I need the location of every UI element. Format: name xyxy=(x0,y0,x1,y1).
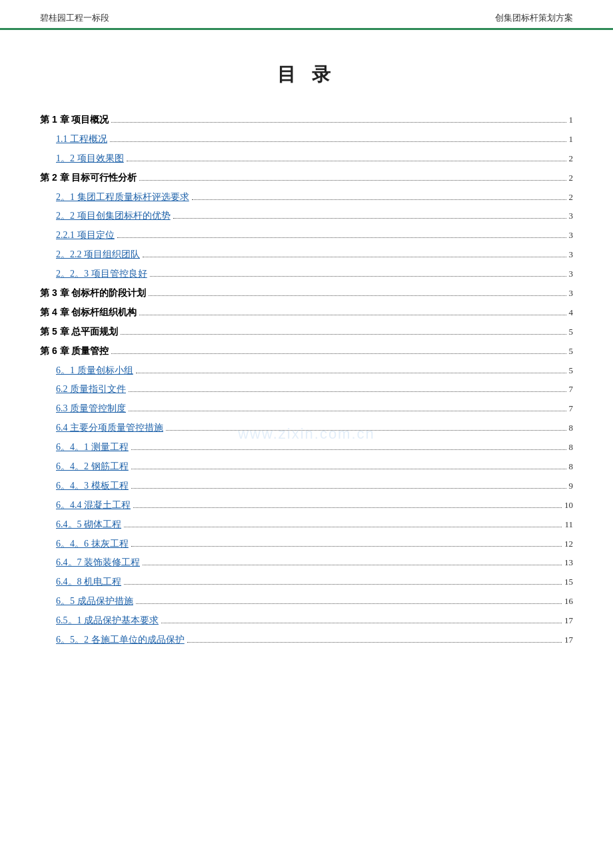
toc-item-text[interactable]: 1.1 工程概况 xyxy=(40,131,107,148)
toc-item-page: 16 xyxy=(564,593,573,609)
toc-item-dots xyxy=(161,623,562,623)
toc-item-text[interactable]: 6。4。2 钢筋工程 xyxy=(40,458,129,475)
toc-item-page: 5 xyxy=(569,343,574,359)
table-of-contents: 第 1 章 项目概况11.1 工程概况11。2 项目效果图2第 2 章 目标可行… xyxy=(0,111,613,649)
toc-item-dots xyxy=(111,122,566,123)
toc-item-page: 11 xyxy=(564,517,573,533)
toc-item: 第 1 章 项目概况1 xyxy=(40,111,573,129)
toc-item: 6。1 质量创标小组5 xyxy=(40,362,573,379)
toc-item: 6.4。7 装饰装修工程13 xyxy=(40,554,573,571)
toc-item-page: 17 xyxy=(564,632,573,648)
toc-item-dots xyxy=(192,199,566,200)
toc-item-text[interactable]: 6.4 主要分项质量管控措施 xyxy=(40,419,163,437)
toc-item: 6。4。6 抹灰工程12 xyxy=(40,535,573,553)
toc-item: 1。2 项目效果图2 xyxy=(40,150,573,167)
toc-item-text[interactable]: 2。2 项目创集团标杆的优势 xyxy=(40,207,171,225)
toc-item-dots xyxy=(136,373,566,373)
toc-item-text[interactable]: 2。2。3 项目管控良好 xyxy=(40,265,147,283)
toc-item: 6。4。1 测量工程8 xyxy=(40,439,573,456)
toc-item-page: 4 xyxy=(569,305,574,321)
toc-item-text[interactable]: 6。5。2 各施工单位的成品保护 xyxy=(40,631,185,649)
toc-item-text[interactable]: 6.4。7 装饰装修工程 xyxy=(40,554,140,571)
toc-item-dots xyxy=(127,161,566,161)
toc-item-text: 第 2 章 目标可行性分析 xyxy=(40,169,137,187)
toc-item-page: 3 xyxy=(569,285,574,301)
toc-item-dots xyxy=(149,295,566,296)
header-right-text: 创集团标杆策划方案 xyxy=(495,12,573,24)
toc-item-text[interactable]: 6。1 质量创标小组 xyxy=(40,362,133,379)
toc-item-dots xyxy=(124,584,562,585)
toc-item: 6.3 质量管控制度7 xyxy=(40,400,573,417)
toc-item-text[interactable]: 6。4。1 测量工程 xyxy=(40,439,129,456)
toc-item-text: 第 6 章 质量管控 xyxy=(40,343,109,360)
toc-item: 6。4。3 模板工程9 xyxy=(40,477,573,495)
toc-item-dots xyxy=(129,411,566,411)
toc-item-page: 17 xyxy=(564,613,573,629)
toc-item: 第 5 章 总平面规划5 xyxy=(40,323,573,341)
toc-item-page: 3 xyxy=(569,227,574,243)
toc-item-dots xyxy=(139,315,566,315)
toc-item: 2。2.2 项目组织团队3 xyxy=(40,246,573,263)
toc-item-dots xyxy=(131,449,566,450)
toc-item-page: 7 xyxy=(569,401,574,417)
toc-item-text[interactable]: 2。1 集团工程质量标杆评选要求 xyxy=(40,189,189,206)
toc-item-text: 第 3 章 创标杆的阶段计划 xyxy=(40,285,146,302)
toc-item-text[interactable]: 6。4。3 模板工程 xyxy=(40,477,129,495)
toc-item-page: 2 xyxy=(569,170,574,186)
toc-item-dots xyxy=(187,642,562,643)
toc-item-page: 3 xyxy=(569,208,574,224)
toc-item-page: 10 xyxy=(564,497,573,513)
toc-item-page: 15 xyxy=(564,574,573,590)
toc-item-dots xyxy=(131,488,566,489)
toc-item-dots xyxy=(143,257,566,257)
page-header: 碧桂园工程一标段 创集团标杆策划方案 xyxy=(0,0,613,30)
toc-item-dots xyxy=(133,507,562,508)
toc-item: 6.2 质量指引文件7 xyxy=(40,381,573,398)
toc-item-page: 8 xyxy=(569,420,574,436)
toc-item-page: 7 xyxy=(569,381,574,397)
toc-item: 第 6 章 质量管控5 xyxy=(40,343,573,360)
toc-item-text[interactable]: 6。5 成品保护措施 xyxy=(40,593,133,610)
toc-item-dots xyxy=(121,334,566,335)
toc-item: 6。5。2 各施工单位的成品保护17 xyxy=(40,631,573,649)
toc-item: 1.1 工程概况1 xyxy=(40,131,573,148)
toc-item-page: 3 xyxy=(569,266,574,282)
toc-title: 目 录 xyxy=(0,62,613,87)
toc-item-text: 第 4 章 创标杆组织机构 xyxy=(40,304,137,321)
toc-item-dots xyxy=(131,546,562,547)
toc-item-dots xyxy=(110,141,566,142)
toc-item-page: 12 xyxy=(564,536,573,552)
toc-item: 6.5。1 成品保护基本要求17 xyxy=(40,612,573,629)
toc-item: 第 2 章 目标可行性分析2 xyxy=(40,169,573,187)
toc-item-page: 2 xyxy=(569,151,574,167)
toc-item: 2。2 项目创集团标杆的优势3 xyxy=(40,207,573,225)
toc-item-dots xyxy=(131,469,566,469)
toc-item-page: 5 xyxy=(569,324,574,340)
toc-item-text[interactable]: 6.2 质量指引文件 xyxy=(40,381,126,398)
toc-item-text[interactable]: 6.4。5 砌体工程 xyxy=(40,516,121,533)
toc-item-dots xyxy=(166,430,566,431)
toc-item-dots xyxy=(173,218,566,219)
toc-item-text[interactable]: 2.2.1 项目定位 xyxy=(40,227,115,244)
toc-item-dots xyxy=(129,391,566,392)
document-page: 碧桂园工程一标段 创集团标杆策划方案 www.zixin.com.cn 目 录 … xyxy=(0,0,613,868)
toc-item-page: 3 xyxy=(569,247,574,263)
toc-item-text[interactable]: 6。4.4 混凝土工程 xyxy=(40,497,131,514)
toc-item-dots xyxy=(150,276,566,277)
toc-item-text[interactable]: 6。4。6 抹灰工程 xyxy=(40,535,129,553)
toc-item-dots xyxy=(111,353,566,354)
toc-item-page: 1 xyxy=(569,112,574,128)
toc-item: 第 4 章 创标杆组织机构4 xyxy=(40,304,573,321)
toc-item-text: 第 5 章 总平面规划 xyxy=(40,323,118,341)
toc-item: 6.4 主要分项质量管控措施8 xyxy=(40,419,573,437)
toc-item: 6。4。2 钢筋工程8 xyxy=(40,458,573,475)
toc-item-text[interactable]: 2。2.2 项目组织团队 xyxy=(40,246,140,263)
toc-item-dots xyxy=(124,527,562,527)
toc-item: 2。1 集团工程质量标杆评选要求2 xyxy=(40,189,573,206)
toc-item-text[interactable]: 6.4。8 机电工程 xyxy=(40,573,121,591)
toc-item-text[interactable]: 1。2 项目效果图 xyxy=(40,150,124,167)
toc-item: 6。4.4 混凝土工程10 xyxy=(40,497,573,514)
toc-item-text[interactable]: 6.5。1 成品保护基本要求 xyxy=(40,612,159,629)
toc-item-text[interactable]: 6.3 质量管控制度 xyxy=(40,400,126,417)
toc-item-page: 1 xyxy=(569,131,574,147)
